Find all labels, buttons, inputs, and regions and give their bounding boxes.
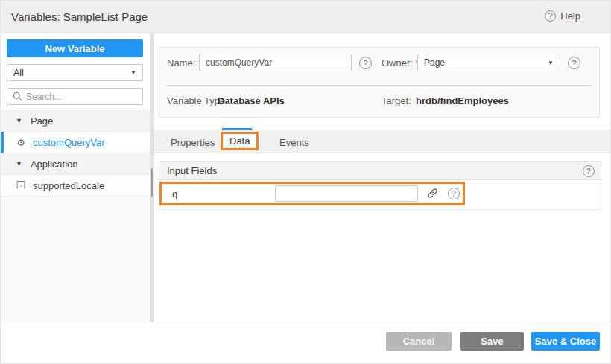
tab-properties[interactable]: Properties — [171, 137, 215, 148]
new-variable-button[interactable]: New Variable — [7, 39, 143, 57]
variables-sidebar: New Variable All ▼ ▼ Page ⚙ customQueryV… — [1, 33, 150, 323]
tree-group-label: Application — [31, 159, 78, 170]
locale-variable-icon: x — [16, 180, 26, 191]
variable-detail-panel: Name: * ? Owner: * Page ▼ ? Variable Typ… — [154, 33, 611, 323]
tab-data-label: Data — [229, 135, 250, 147]
save-button[interactable]: Save — [460, 332, 524, 351]
search-icon — [13, 92, 22, 101]
help-button[interactable]: ? Help — [545, 10, 580, 22]
collapse-triangle-icon: ▼ — [16, 160, 22, 167]
variables-dialog: Variables: SampleList Page ? Help New Va… — [0, 0, 611, 364]
owner-selected-value: Page — [424, 57, 445, 68]
name-help-icon[interactable]: ? — [359, 57, 372, 69]
search-input[interactable] — [26, 92, 123, 102]
variable-summary-form: Name: * ? Owner: * Page ▼ ? Variable Typ… — [159, 47, 600, 118]
target-value: hrdb/findEmployees — [416, 95, 509, 106]
input-fields-panel: Input Fields ? q ? — [159, 161, 601, 210]
gear-icon: ⚙ — [16, 138, 26, 147]
input-fields-body: q ? — [159, 180, 601, 210]
tree-group-application[interactable]: ▼ Application — [1, 153, 150, 175]
owner-dropdown[interactable]: Page ▼ — [417, 54, 560, 71]
filter-selected-value: All — [13, 68, 24, 78]
variable-search[interactable] — [7, 88, 143, 105]
tree-item-label: supportedLocale — [33, 180, 104, 191]
input-fields-help-icon[interactable]: ? — [583, 165, 595, 177]
name-label: Name: * — [167, 57, 202, 68]
input-field-row-highlighted: q ? — [159, 182, 465, 205]
input-fields-header: Input Fields ? — [159, 161, 601, 180]
chevron-down-icon: ▼ — [130, 69, 136, 76]
cancel-button[interactable]: Cancel — [386, 332, 452, 351]
input-fields-title: Input Fields — [167, 165, 217, 176]
save-and-close-button[interactable]: Save & Close — [531, 332, 600, 351]
name-input[interactable] — [199, 54, 352, 71]
field-name-label: q — [172, 188, 177, 199]
chevron-down-icon: ▼ — [548, 60, 554, 66]
tab-data-highlighted[interactable]: Data — [221, 132, 259, 150]
tree-item-supported-locale[interactable]: x supportedLocale — [1, 175, 150, 197]
help-label: Help — [560, 10, 580, 22]
owner-label: Owner: * — [382, 57, 420, 68]
scrollbar-thumb[interactable] — [151, 168, 153, 197]
page-title: Variables: SampleList Page — [11, 10, 148, 23]
form-divider — [167, 85, 593, 86]
tab-events[interactable]: Events — [279, 137, 309, 148]
title-bar: Variables: SampleList Page ? Help — [1, 1, 611, 33]
tree-item-custom-query-var[interactable]: ⚙ customQueryVar — [1, 132, 150, 153]
field-help-icon[interactable]: ? — [448, 188, 460, 199]
dialog-footer: Cancel Save Save & Close — [1, 322, 611, 363]
help-icon: ? — [545, 10, 556, 22]
tree-group-page[interactable]: ▼ Page — [1, 110, 150, 132]
owner-help-icon[interactable]: ? — [568, 57, 580, 69]
active-tab-indicator — [222, 128, 252, 130]
svg-text:x: x — [20, 183, 22, 188]
target-label: Target: — [382, 95, 411, 106]
tree-item-label: customQueryVar — [33, 137, 105, 148]
field-value-input[interactable] — [275, 185, 418, 202]
tree-group-label: Page — [31, 115, 53, 127]
variable-filter-dropdown[interactable]: All ▼ — [7, 64, 143, 81]
bind-link-icon[interactable] — [427, 188, 439, 199]
collapse-triangle-icon: ▼ — [16, 117, 22, 124]
variable-type-value: Database APIs — [218, 95, 285, 106]
